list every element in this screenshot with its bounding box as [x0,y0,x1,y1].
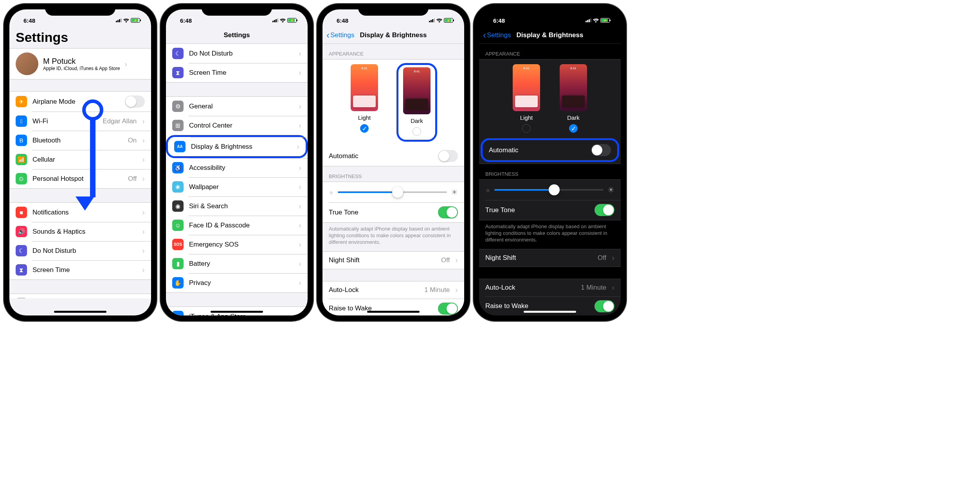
settings-row-general[interactable]: ⚙General› [166,97,308,116]
settings-row-siri-search[interactable]: ◉Siri & Search› [166,196,308,216]
appearance-light[interactable]: 9:41 Light [513,64,540,133]
screen: 6:48 ⚡ ‹Settings Display & Brightness AP… [479,9,621,315]
truetone-row[interactable]: True Tone [479,200,621,220]
autolock-row[interactable]: Auto-Lock 1 Minute › [322,281,464,299]
chevron-right-icon: › [142,246,145,255]
row-label: Do Not Disturb [189,50,293,58]
group-general: ⚙General›⊞Control Center› [9,294,151,298]
brightness-slider[interactable] [338,191,447,193]
status-time: 6:48 [23,17,35,24]
screen: 6:48 ⚡ Settings M Potuck Apple ID, iClou… [9,9,151,315]
phone-frame-4: 6:48 ⚡ ‹Settings Display & Brightness AP… [474,4,626,321]
brightness-header: BRIGHTNESS [322,166,464,182]
chevron-right-icon: › [142,174,145,183]
dark-label: Dark [411,117,423,124]
row-value: On [128,137,137,144]
row-label: General [189,103,293,110]
appearance-picker: 9:41 Light ✓ 9:41 Dark [322,59,464,146]
settings-row-accessibility[interactable]: ♿Accessibility› [166,158,308,177]
settings-row-airplane-mode[interactable]: ✈Airplane Mode [9,92,151,112]
preview-dark: 9:41 [403,67,431,114]
row-label: Screen Time [189,69,293,77]
profile-sub: Apple ID, iCloud, iTunes & App Store [43,66,120,71]
raise-row[interactable]: Raise to Wake [322,299,464,315]
avatar [16,52,38,75]
radio-light-icon[interactable] [522,124,531,133]
content[interactable]: Settings M Potuck Apple ID, iCloud, iTun… [9,27,151,298]
notch [202,4,272,16]
truetone-toggle[interactable] [438,206,458,218]
time-icon: ⧗ [16,264,27,276]
row-label: Airplane Mode [32,98,119,106]
chevron-right-icon: › [612,253,614,262]
chevron-left-icon: ‹ [483,30,486,41]
chevron-right-icon: › [142,208,145,217]
autolock-row[interactable]: Auto-Lock 1 Minute › [479,279,621,296]
brightness-slider[interactable] [494,189,603,191]
automatic-toggle[interactable] [591,144,611,156]
settings-row-screen-time[interactable]: ⧗Screen Time› [9,260,151,279]
settings-row-bluetooth[interactable]: BBluetoothOn› [9,131,151,150]
raise-toggle[interactable] [594,300,614,312]
truetone-row[interactable]: True Tone [322,202,464,222]
settings-row-emergency-sos[interactable]: SOSEmergency SOS› [166,235,308,254]
settings-row-face-id-passcode[interactable]: ☺Face ID & Passcode› [166,216,308,235]
content[interactable]: APPEARANCE 9:41 Light ✓ 9:41 Dark Autom [322,44,464,315]
chevron-right-icon: › [299,202,301,211]
home-indicator[interactable] [211,311,263,313]
settings-row-wallpaper[interactable]: ❀Wallpaper› [166,177,308,196]
chevron-right-icon: › [299,163,301,172]
settings-row-do-not-disturb[interactable]: ☾Do Not Disturb› [9,241,151,260]
settings-row-privacy[interactable]: ✋Privacy› [166,273,308,292]
settings-row-battery[interactable]: ▮Battery› [166,254,308,273]
settings-row-cellular[interactable]: 📶Cellular› [9,150,151,169]
status-time: 6:48 [337,17,348,24]
siri-icon: ◉ [172,200,184,212]
truetone-toggle[interactable] [594,204,614,216]
profile-row[interactable]: M Potuck Apple ID, iCloud, iTunes & App … [9,48,151,79]
row-label: Battery [189,260,293,268]
raise-toggle[interactable] [438,303,458,315]
content[interactable]: APPEARANCE 9:41 Light 9:41 Dark ✓ Autom [479,44,621,315]
home-indicator[interactable] [367,311,420,313]
settings-row-personal-hotspot[interactable]: ⊙Personal HotspotOff› [9,169,151,188]
screen: 6:48 ⚡ ‹Settings Display & Brightness AP… [322,9,464,315]
home-indicator[interactable] [524,311,576,313]
automatic-toggle[interactable] [438,150,458,162]
appearance-light[interactable]: 9:41 Light ✓ [351,64,378,141]
automatic-row[interactable]: Automatic [322,146,464,166]
radio-light-icon[interactable]: ✓ [360,124,369,133]
content[interactable]: ☾Do Not Disturb›⧗Screen Time› ⚙General›⊞… [166,44,308,315]
home-indicator[interactable] [54,311,106,313]
row-label: Screen Time [32,266,137,274]
radio-dark-icon[interactable] [413,127,421,136]
toggle[interactable] [125,96,145,108]
appearance-dark-highlighted[interactable]: 9:41 Dark [396,63,437,142]
sos-icon: SOS [172,239,184,250]
nightshift-row[interactable]: Night Shift Off › [479,249,621,267]
settings-row-control-center[interactable]: ⊞Control Center› [166,116,308,135]
nightshift-group: Night Shift Off › [322,251,464,269]
face-icon: ☺ [172,220,184,231]
hotspot-icon: ⊙ [16,173,27,184]
chevron-right-icon: › [299,312,301,315]
back-button[interactable]: ‹Settings [326,30,354,41]
settings-row-screen-time[interactable]: ⧗Screen Time› [166,63,308,82]
light-label: Light [358,114,371,121]
automatic-row-highlighted[interactable]: Automatic [481,138,619,162]
settings-row-do-not-disturb[interactable]: ☾Do Not Disturb› [166,44,308,63]
appearance-group: 9:41 Light ✓ 9:41 Dark Automatic [322,59,464,166]
nav-bar: ‹Settings Display & Brightness [322,27,464,44]
settings-row-sounds-haptics[interactable]: 🔊Sounds & Haptics› [9,222,151,241]
settings-row-wi-fi[interactable]: 􀙇Wi-FiEdgar Allan› [9,112,151,131]
nightshift-row[interactable]: Night Shift Off › [322,252,464,269]
chevron-right-icon: › [142,117,145,126]
row-label: Privacy [189,279,293,287]
back-button[interactable]: ‹Settings [483,30,511,41]
settings-row-general[interactable]: ⚙General› [9,294,151,298]
settings-row-display-brightness[interactable]: AADisplay & Brightness› [166,135,308,158]
radio-dark-icon[interactable]: ✓ [569,124,578,133]
airplane-icon: ✈ [16,96,27,107]
appearance-dark[interactable]: 9:41 Dark ✓ [560,64,587,133]
nav-title: Display & Brightness [360,31,427,39]
